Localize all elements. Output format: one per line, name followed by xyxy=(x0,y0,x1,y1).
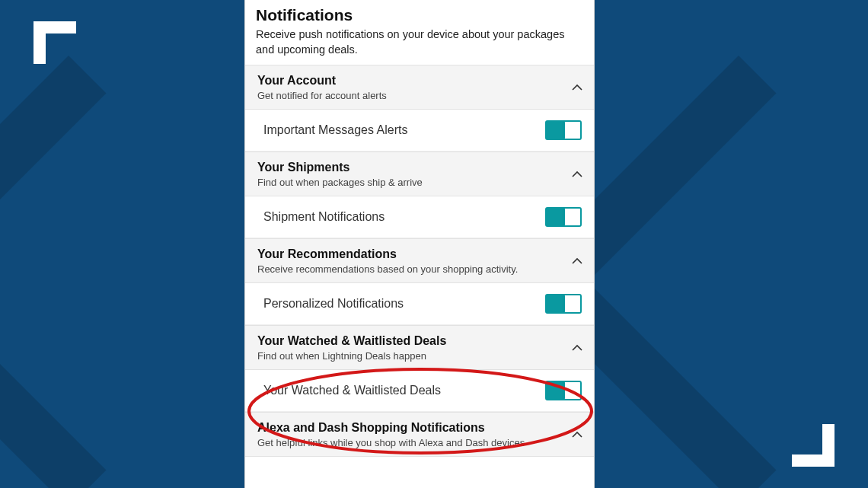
section-header-watched-deals[interactable]: Your Watched & Waitlisted Deals Find out… xyxy=(245,325,594,370)
toggle-shipment-notifs[interactable] xyxy=(545,207,582,227)
frame-corner-bottom-right xyxy=(792,424,834,467)
toggle-personalized-notifs[interactable] xyxy=(545,294,582,314)
toggle-knob xyxy=(563,209,580,225)
setting-row-important-messages: Important Messages Alerts xyxy=(245,110,594,152)
section-header-recommendations[interactable]: Your Recommendations Receive recommendat… xyxy=(245,238,594,283)
section-header-alexa-dash[interactable]: Alexa and Dash Shopping Notifications Ge… xyxy=(245,412,594,457)
chevron-up-icon xyxy=(571,255,583,267)
setting-row-personalized-notifs: Personalized Notifications xyxy=(245,283,594,325)
section-header-text: Your Account Get notified for account al… xyxy=(257,73,387,101)
section-title-shipments: Your Shipments xyxy=(257,160,423,175)
section-title-watched-deals: Your Watched & Waitlisted Deals xyxy=(257,333,446,349)
section-subtitle-account: Get notified for account alerts xyxy=(257,90,387,101)
section-subtitle-shipments: Find out when packages ship & arrive xyxy=(257,177,423,188)
panel-inner: Notifications Receive push notifications… xyxy=(245,0,594,457)
section-header-text: Alexa and Dash Shopping Notifications Ge… xyxy=(257,420,525,448)
page-title: Notifications xyxy=(245,5,594,27)
chevron-up-icon xyxy=(571,342,583,354)
setting-label-watched-deals: Your Watched & Waitlisted Deals xyxy=(263,384,441,397)
setting-row-watched-deals: Your Watched & Waitlisted Deals xyxy=(245,370,594,412)
setting-label-shipment-notifs: Shipment Notifications xyxy=(263,210,385,224)
chevron-up-icon xyxy=(571,429,583,441)
chevron-up-icon xyxy=(571,81,583,94)
toggle-knob xyxy=(563,295,580,312)
toggle-important-messages[interactable] xyxy=(545,120,582,140)
section-header-text: Your Shipments Find out when packages sh… xyxy=(257,160,423,188)
section-header-account[interactable]: Your Account Get notified for account al… xyxy=(245,65,594,110)
setting-label-personalized-notifs: Personalized Notifications xyxy=(263,297,404,311)
setting-row-shipment-notifs: Shipment Notifications xyxy=(245,196,594,238)
toggle-knob xyxy=(563,382,580,399)
section-title-account: Your Account xyxy=(257,73,387,88)
page-description: Receive push notifications on your devic… xyxy=(245,27,594,65)
section-title-alexa-dash: Alexa and Dash Shopping Notifications xyxy=(257,420,525,435)
frame-corner-top-left xyxy=(34,21,76,64)
toggle-knob xyxy=(563,122,580,139)
section-header-text: Your Recommendations Receive recommendat… xyxy=(257,247,518,275)
setting-label-important-messages: Important Messages Alerts xyxy=(263,123,407,137)
section-title-recommendations: Your Recommendations xyxy=(257,247,518,262)
section-subtitle-recommendations: Receive recommendations based on your sh… xyxy=(257,263,518,275)
chevron-up-icon xyxy=(571,168,583,180)
section-header-shipments[interactable]: Your Shipments Find out when packages sh… xyxy=(245,152,594,196)
section-header-text: Your Watched & Waitlisted Deals Find out… xyxy=(257,333,446,362)
notifications-settings-panel: Notifications Receive push notifications… xyxy=(244,0,595,488)
section-subtitle-alexa-dash: Get helpful links while you shop with Al… xyxy=(257,437,525,448)
toggle-watched-deals[interactable] xyxy=(545,381,582,400)
section-subtitle-watched-deals: Find out when Lightning Deals happen xyxy=(257,350,446,362)
